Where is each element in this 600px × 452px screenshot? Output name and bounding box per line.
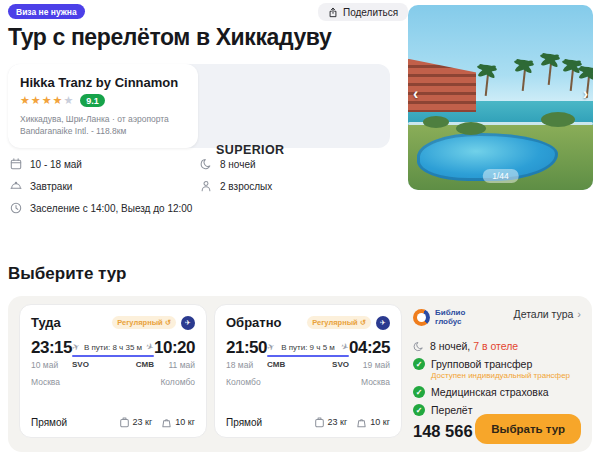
flight-type-badge: Регулярный ↺ — [112, 316, 176, 329]
palm-tree — [512, 57, 538, 91]
flight-direction: Туда — [31, 315, 61, 330]
trip-meals-label: Завтраки — [30, 181, 72, 192]
section-title: Выберите тур — [8, 264, 126, 284]
stops-label: Прямой — [226, 417, 262, 428]
arrival-time: 04:25 — [349, 338, 390, 358]
flight-direction: Обратно — [226, 315, 281, 330]
tour-details-link[interactable]: Детали тура › — [514, 308, 581, 320]
person-icon — [200, 180, 212, 192]
transfer-note: Доступен индивидуальный трансфер — [431, 371, 570, 380]
departure-date: 18 май — [226, 360, 267, 370]
airline-logo: ✈ — [181, 316, 195, 330]
hotel-location: Хиккадува, Шри-Ланка · от аэропорта Band… — [20, 113, 186, 138]
trip-checkin: Заселение с 14:00, Выезд до 12:00 — [10, 202, 192, 214]
tour-offer-card: Туда Регулярный ↺ ✈ 23:15 10 май Москва — [8, 296, 592, 452]
tour-details-label: Детали тура — [514, 308, 574, 320]
hotel-category: SUPERIOR — [216, 143, 285, 157]
hotel-location-line1: Хиккадува, Шри-Ланка · от аэропорта — [20, 114, 169, 124]
suitcase-icon — [314, 416, 325, 428]
moon-icon — [200, 158, 212, 170]
include-label: Групповой трансфер — [431, 358, 532, 370]
nights-in-hotel-label: 7 в отеле — [473, 340, 518, 352]
arrival-airport-code: CMB — [136, 360, 154, 369]
gallery-next-button[interactable]: › — [583, 86, 588, 102]
handbag-icon — [161, 416, 172, 428]
photo-bush — [423, 116, 449, 128]
trip-checkin-label: Заселение с 14:00, Выезд до 12:00 — [30, 203, 192, 214]
chevron-right-icon: › — [577, 308, 581, 320]
flight-card-outbound: Туда Регулярный ↺ ✈ 23:15 10 май Москва — [19, 304, 207, 438]
palm-tree — [475, 62, 501, 96]
include-flight: ✓ Перелёт — [413, 404, 473, 416]
flight-duration: В пути: 8 ч 35 м — [84, 343, 142, 352]
baggage-weight: 23 кг — [328, 417, 348, 427]
flight-route-line — [72, 355, 154, 357]
share-label: Поделиться — [343, 7, 398, 18]
departure-city: Коломбо — [226, 377, 267, 387]
rotate-clock-icon: ↺ — [165, 318, 171, 327]
meal-icon — [10, 180, 22, 192]
check-icon: ✓ — [413, 404, 425, 416]
hotel-rating-row: ★★★★ ★ 9.1 — [20, 94, 186, 107]
trip-meals: Завтраки — [10, 180, 72, 192]
flight-type-label: Регулярный — [117, 318, 162, 327]
plane-takeoff-icon: ✈ — [70, 341, 81, 353]
include-label: Перелёт — [431, 404, 473, 416]
include-transfer: ✓ Групповой трансфер — [413, 358, 532, 370]
flight-duration: В пути: 9 ч 5 м — [281, 343, 335, 352]
trip-dates-label: 10 - 18 май — [30, 159, 82, 170]
flight-type-badge: Регулярный ↺ — [307, 316, 371, 329]
arrival-date: 11 май — [168, 360, 195, 370]
clock-icon — [10, 202, 22, 214]
operator-name-line1: Библио — [435, 308, 465, 317]
hotel-photo[interactable]: ‹ › 1/44 — [408, 5, 593, 190]
hotel-card[interactable]: Hikka Tranz by Cinnamon ★★★★ ★ 9.1 Хикка… — [8, 64, 198, 148]
operator-name-line2: глобус — [435, 317, 462, 326]
departure-airport-code: CMB — [267, 360, 285, 369]
trip-nights: 8 ночей — [200, 158, 256, 170]
hotel-block: Hikka Tranz by Cinnamon ★★★★ ★ 9.1 Хикка… — [8, 64, 390, 148]
arrival-city: Москва — [361, 377, 390, 387]
plane-takeoff-icon: ✈ — [265, 341, 276, 353]
hand-luggage-allowance: 10 кг — [161, 416, 195, 428]
hand-luggage-allowance: 10 кг — [356, 416, 390, 428]
arrival-date: 19 май — [363, 360, 390, 370]
arrival-time: 10:20 — [154, 338, 195, 358]
check-icon: ✓ — [413, 386, 425, 398]
star-empty-icon: ★ — [63, 94, 73, 107]
share-button[interactable]: Поделиться — [318, 3, 408, 21]
departure-time: 21:50 — [226, 338, 267, 358]
hotel-name: Hikka Tranz by Cinnamon — [20, 75, 186, 90]
include-insurance: ✓ Медицинская страховка — [413, 386, 549, 398]
departure-time: 23:15 — [31, 338, 72, 358]
stops-label: Прямой — [31, 417, 67, 428]
offer-nights-label: 8 ночей, — [430, 340, 473, 352]
rotate-clock-icon: ↺ — [360, 318, 366, 327]
flight-type-label: Регулярный — [312, 318, 357, 327]
arrival-city: Коломбо — [160, 377, 195, 387]
tour-page: Виза не нужна Поделиться Тур с перелётом… — [0, 0, 600, 452]
flight-route-line — [267, 355, 349, 357]
trip-dates: 10 - 18 май — [10, 158, 82, 170]
select-tour-button[interactable]: Выбрать тур — [475, 414, 581, 444]
biblio-globus-logo-icon — [413, 309, 430, 326]
photo-counter: 1/44 — [482, 169, 519, 183]
hand-luggage-weight: 10 кг — [175, 417, 195, 427]
share-icon — [328, 7, 338, 18]
trip-guests: 2 взрослых — [200, 180, 272, 192]
baggage-allowance: 23 кг — [314, 416, 348, 428]
tour-operator-brand: Библио глобус — [413, 308, 465, 326]
baggage-weight: 23 кг — [133, 417, 153, 427]
trip-nights-label: 8 ночей — [220, 159, 256, 170]
calendar-icon — [10, 158, 22, 170]
departure-city: Москва — [31, 377, 72, 387]
check-icon: ✓ — [413, 358, 425, 370]
hand-luggage-weight: 10 кг — [370, 417, 390, 427]
star-icons: ★★★★ — [20, 94, 63, 107]
gallery-prev-button[interactable]: ‹ — [413, 86, 418, 102]
departure-airport-code: SVO — [72, 360, 89, 369]
arrival-airport-code: SVO — [332, 360, 349, 369]
photo-bush — [456, 122, 486, 135]
baggage-allowance: 23 кг — [119, 416, 153, 428]
page-title: Тур с перелётом в Хиккадуву — [8, 24, 331, 51]
